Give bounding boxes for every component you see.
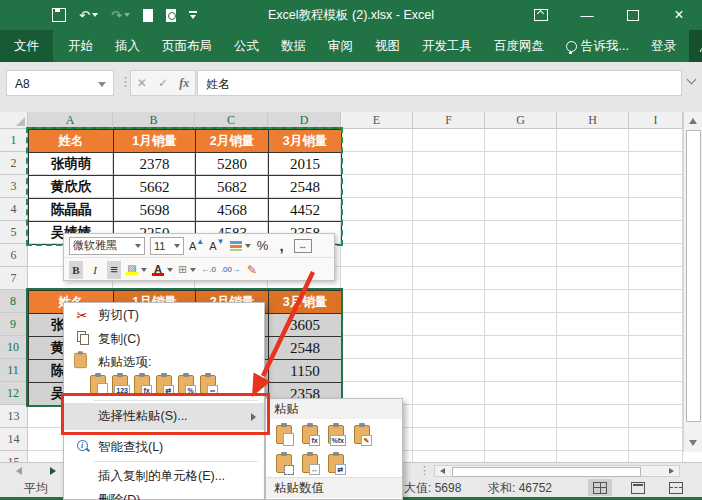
cell-F13[interactable] [413, 405, 485, 428]
cell-E10[interactable] [341, 336, 413, 359]
tab-视图[interactable]: 视图 [364, 30, 411, 62]
cell-H11[interactable] [557, 359, 629, 382]
cell-H4[interactable] [557, 198, 629, 221]
cell-H3[interactable] [557, 175, 629, 198]
tab-开发工具[interactable]: 开发工具 [411, 30, 483, 62]
horizontal-scroll-thumb[interactable] [452, 467, 641, 477]
header-cell[interactable]: 1月销量 [114, 130, 196, 153]
font-size-select[interactable]: 11 [150, 237, 184, 255]
accounting-format-icon[interactable] [230, 237, 251, 255]
tab-开始[interactable]: 开始 [57, 30, 104, 62]
cell-F14[interactable] [413, 428, 485, 451]
scroll-up-icon[interactable] [689, 118, 697, 124]
row-header-2[interactable]: 2 [0, 152, 28, 175]
cell-G7[interactable] [485, 267, 557, 290]
fill-color-icon[interactable]: ▨ [126, 261, 147, 279]
increase-decimal-icon[interactable]: .00→ [221, 261, 240, 279]
row-header-11[interactable]: 11 [0, 359, 28, 382]
header-cell[interactable]: 3月销量 [269, 291, 342, 314]
data-cell[interactable]: 陈晶晶 [29, 199, 114, 222]
column-header-F[interactable]: F [413, 112, 485, 129]
column-header-B[interactable]: B [113, 112, 195, 129]
row-header-7[interactable]: 7 [0, 267, 28, 290]
borders-icon[interactable]: ⊞ [178, 261, 196, 279]
values-icon[interactable]: 123 [112, 375, 128, 394]
cell-F10[interactable] [413, 336, 485, 359]
cell-F7[interactable] [413, 267, 485, 290]
cell-E1[interactable] [341, 129, 413, 152]
tab-百度网盘[interactable]: 百度网盘 [483, 30, 555, 62]
vertical-scroll-thumb[interactable] [686, 130, 701, 422]
cell-G1[interactable] [485, 129, 557, 152]
column-header-I[interactable]: I [629, 112, 683, 129]
row-header-9[interactable]: 9 [0, 313, 28, 336]
cell-H7[interactable] [557, 267, 629, 290]
data-cell[interactable]: 2548 [269, 337, 342, 360]
cell-I10[interactable] [629, 336, 683, 359]
no-borders-icon[interactable] [276, 454, 292, 473]
row-header-3[interactable]: 3 [0, 175, 28, 198]
row-header-13[interactable]: 13 [0, 405, 28, 428]
cell-I9[interactable] [629, 313, 683, 336]
cell-G13[interactable] [485, 405, 557, 428]
cell-G3[interactable] [485, 175, 557, 198]
cell-I14[interactable] [629, 428, 683, 451]
cell-G11[interactable] [485, 359, 557, 382]
keep-source-formatting-icon[interactable]: ✎ [354, 425, 370, 444]
cell-H13[interactable] [557, 405, 629, 428]
tab-页面布局[interactable]: 页面布局 [151, 30, 223, 62]
decrease-decimal-icon[interactable]: ←.0 [201, 261, 216, 279]
cell-G9[interactable] [485, 313, 557, 336]
cell-I15[interactable] [629, 451, 683, 462]
cell-H12[interactable] [557, 382, 629, 405]
data-cell[interactable]: 1150 [269, 360, 342, 383]
tab-tell-me[interactable]: 告诉我... [555, 30, 640, 62]
name-box[interactable]: A8 [6, 70, 114, 96]
row-header-15[interactable]: 15 [0, 451, 28, 462]
cell-I11[interactable] [629, 359, 683, 382]
row-header-14[interactable]: 14 [0, 428, 28, 451]
paste-icon[interactable] [90, 375, 106, 394]
column-header-C[interactable]: C [195, 112, 268, 129]
cell-G5[interactable] [485, 221, 557, 244]
menu-item-delete[interactable]: 删除(D)... [64, 488, 264, 500]
scroll-right-icon[interactable] [669, 468, 674, 474]
row-header-12[interactable]: 12 [0, 382, 28, 405]
cell-E11[interactable] [341, 359, 413, 382]
tab-登录[interactable]: 登录 [640, 30, 687, 62]
percent-style-icon[interactable]: % [256, 237, 270, 255]
close-icon[interactable]: × [656, 0, 702, 30]
menu-item-paste-special[interactable]: 选择性粘贴(S)... [64, 403, 264, 430]
cell-F4[interactable] [413, 198, 485, 221]
data-cell[interactable]: 4568 [196, 199, 269, 222]
header-cell[interactable]: 姓名 [29, 130, 114, 153]
cell-H8[interactable] [557, 290, 629, 313]
data-cell[interactable]: 2548 [269, 176, 342, 199]
data-cell[interactable]: 2015 [269, 153, 342, 176]
formula-input[interactable]: 姓名 [197, 70, 682, 96]
format-painter-icon[interactable]: ✎ [245, 261, 259, 279]
cell-H6[interactable] [557, 244, 629, 267]
cancel-icon[interactable]: ✕ [137, 76, 147, 90]
row-header-10[interactable]: 10 [0, 336, 28, 359]
cell-F12[interactable] [413, 382, 485, 405]
grow-font-icon[interactable]: A▲ [189, 237, 204, 255]
cell-F1[interactable] [413, 129, 485, 152]
formulas-number-formatting-icon[interactable]: %fx [328, 425, 344, 444]
menu-item-cut[interactable]: ✂ 剪切(T) [64, 303, 264, 327]
cell-G2[interactable] [485, 152, 557, 175]
name-box-dropdown-icon[interactable] [98, 82, 106, 87]
row-header-8[interactable]: 8 [0, 290, 28, 313]
merge-center-icon[interactable]: ↔ [294, 239, 312, 253]
data-cell[interactable]: 2378 [114, 153, 196, 176]
data-cell[interactable]: 5698 [114, 199, 196, 222]
data-cell[interactable]: 3605 [269, 314, 342, 337]
shrink-font-icon[interactable]: A▼ [209, 237, 224, 255]
cell-I4[interactable] [629, 198, 683, 221]
cell-G4[interactable] [485, 198, 557, 221]
cell-E3[interactable] [341, 175, 413, 198]
view-page-layout-icon[interactable] [626, 479, 650, 496]
view-page-break-icon[interactable] [664, 479, 688, 496]
maximize-icon[interactable] [610, 0, 656, 30]
cell-E5[interactable] [341, 221, 413, 244]
